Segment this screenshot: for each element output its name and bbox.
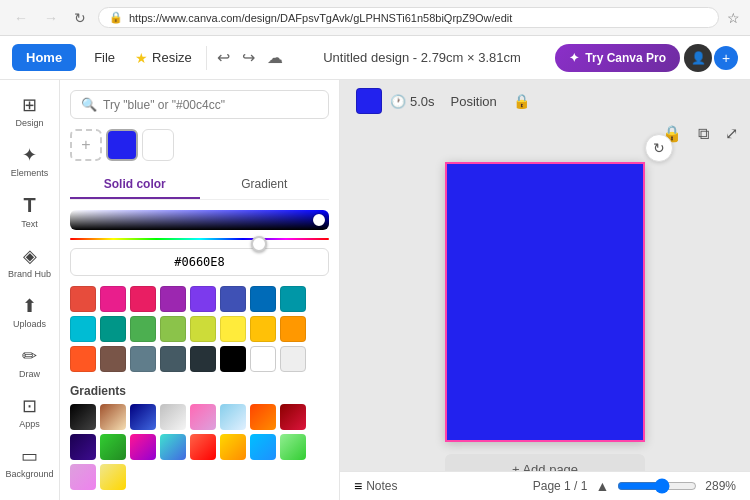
url-bar[interactable]: 🔒 https://www.canva.com/design/DAFpsvTgA… <box>98 7 719 28</box>
reload-button[interactable]: ↻ <box>70 8 90 28</box>
divider <box>206 46 207 70</box>
canvas-color-swatch[interactable] <box>356 88 382 114</box>
gradient-swatch[interactable] <box>190 434 216 460</box>
undo-button[interactable]: ↩ <box>211 44 236 71</box>
color-swatch[interactable] <box>130 316 156 342</box>
gradient-swatch[interactable] <box>280 404 306 430</box>
canvas-document[interactable]: ↻ <box>445 162 645 442</box>
add-button[interactable]: + <box>714 46 738 70</box>
color-swatch[interactable] <box>250 286 276 312</box>
color-swatch[interactable] <box>220 346 246 372</box>
gradient-swatch[interactable] <box>160 404 186 430</box>
gradient-swatch[interactable] <box>70 404 96 430</box>
resize-button[interactable]: ★ Resize <box>125 44 202 72</box>
canvas-time[interactable]: 🕐 5.0s <box>390 94 435 109</box>
home-button[interactable]: Home <box>12 44 76 71</box>
gradient-swatch[interactable] <box>100 404 126 430</box>
sidebar-item-background-label: Background <box>5 469 53 479</box>
top-toolbar: Home File ★ Resize ↩ ↪ ☁ Untitled design… <box>0 36 750 80</box>
sidebar-item-elements-label: Elements <box>11 168 49 178</box>
solid-color-tab[interactable]: Solid color <box>70 171 200 199</box>
color-swatch[interactable] <box>130 286 156 312</box>
gradient-swatch[interactable] <box>220 434 246 460</box>
color-search-input[interactable] <box>103 98 318 112</box>
lock-icon[interactable]: 🔒 <box>513 93 530 109</box>
zoom-level: 289% <box>705 479 736 493</box>
sidebar-item-background[interactable]: ▭ Background <box>4 439 56 485</box>
avatar: 👤 <box>684 44 712 72</box>
cloud-button[interactable]: ☁ <box>261 44 289 71</box>
sidebar-item-brand-hub[interactable]: ◈ Brand Hub <box>4 239 56 285</box>
color-search[interactable]: 🔍 <box>70 90 329 119</box>
sidebar-item-text[interactable]: T Text <box>4 188 56 235</box>
file-button[interactable]: File <box>84 44 125 71</box>
color-swatch[interactable] <box>100 346 126 372</box>
color-swatch[interactable] <box>280 286 306 312</box>
expand-icon[interactable]: ⤢ <box>721 120 742 147</box>
white-swatch[interactable] <box>142 129 174 161</box>
sidebar-item-brand-hub-label: Brand Hub <box>8 269 51 279</box>
color-swatch[interactable] <box>190 286 216 312</box>
hex-input[interactable] <box>70 248 329 276</box>
sidebar-item-text-label: Text <box>21 219 38 229</box>
color-swatch[interactable] <box>280 346 306 372</box>
color-picker-thumb[interactable] <box>313 214 325 226</box>
notes-label[interactable]: Notes <box>366 479 397 493</box>
gradient-swatch[interactable] <box>100 464 126 490</box>
uploads-icon: ⬆ <box>22 295 37 317</box>
color-swatch[interactable] <box>160 316 186 342</box>
duplicate-icon[interactable]: ⧉ <box>694 121 713 147</box>
back-button[interactable]: ← <box>10 8 32 28</box>
rotate-handle[interactable]: ↻ <box>645 134 673 162</box>
gradient-swatch[interactable] <box>280 434 306 460</box>
sidebar-item-apps[interactable]: ⊡ Apps <box>4 389 56 435</box>
gradient-swatch[interactable] <box>130 404 156 430</box>
color-swatch[interactable] <box>70 286 96 312</box>
gradient-swatch[interactable] <box>70 434 96 460</box>
color-swatch[interactable] <box>250 316 276 342</box>
color-swatch[interactable] <box>280 316 306 342</box>
redo-button[interactable]: ↪ <box>236 44 261 71</box>
color-swatch[interactable] <box>190 346 216 372</box>
sidebar-item-elements[interactable]: ✦ Elements <box>4 138 56 184</box>
sidebar-item-design[interactable]: ⊞ Design <box>4 88 56 134</box>
color-swatch[interactable] <box>130 346 156 372</box>
color-swatch[interactable] <box>100 286 126 312</box>
color-swatch[interactable] <box>220 286 246 312</box>
gradient-swatch[interactable] <box>250 434 276 460</box>
color-swatch[interactable] <box>100 316 126 342</box>
sidebar-item-draw[interactable]: ✏ Draw <box>4 339 56 385</box>
canvas-top-row: 🕐 5.0s Position 🔒 <box>340 80 750 122</box>
page-up-icon[interactable]: ▲ <box>595 478 609 494</box>
color-swatch[interactable] <box>250 346 276 372</box>
color-swatch[interactable] <box>160 346 186 372</box>
hue-slider[interactable] <box>70 238 329 240</box>
zoom-slider[interactable] <box>617 478 697 494</box>
gradient-swatch[interactable] <box>190 404 216 430</box>
color-swatch[interactable] <box>70 316 96 342</box>
gradient-swatch[interactable] <box>220 404 246 430</box>
color-swatch[interactable] <box>70 346 96 372</box>
gradient-swatch[interactable] <box>160 434 186 460</box>
blue-swatch[interactable] <box>106 129 138 161</box>
color-picker-area[interactable] <box>70 210 329 230</box>
hex-input-row <box>70 248 329 276</box>
color-swatch[interactable] <box>190 316 216 342</box>
color-swatch[interactable] <box>220 316 246 342</box>
gradient-swatch[interactable] <box>70 464 96 490</box>
try-canva-button[interactable]: ✦ Try Canva Pro <box>555 44 680 72</box>
gradient-tab[interactable]: Gradient <box>200 171 330 199</box>
forward-button[interactable]: → <box>40 8 62 28</box>
color-type-tabs: Solid color Gradient <box>70 171 329 200</box>
add-color-button[interactable]: + <box>70 129 102 161</box>
apps-icon: ⊡ <box>22 395 37 417</box>
page-info: Page 1 / 1 <box>533 479 588 493</box>
gradient-swatch[interactable] <box>100 434 126 460</box>
color-swatch[interactable] <box>160 286 186 312</box>
gradient-swatch[interactable] <box>250 404 276 430</box>
position-button[interactable]: Position <box>443 90 505 113</box>
gradient-swatch[interactable] <box>130 434 156 460</box>
bookmark-icon[interactable]: ☆ <box>727 10 740 26</box>
sidebar-item-uploads[interactable]: ⬆ Uploads <box>4 289 56 335</box>
left-sidebar: ⊞ Design ✦ Elements T Text ◈ Brand Hub ⬆… <box>0 80 60 500</box>
